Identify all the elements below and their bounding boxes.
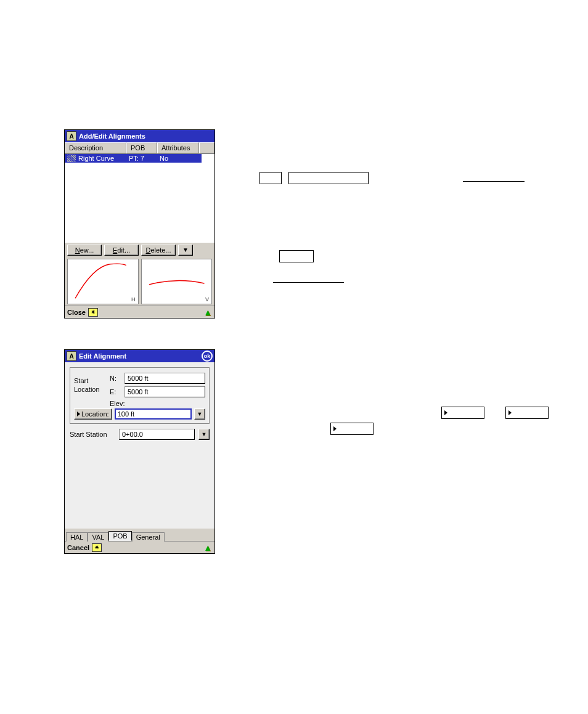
app-icon: A (67, 351, 76, 361)
col-pob[interactable]: POB (126, 142, 157, 153)
col-attributes[interactable]: Attributes (157, 142, 199, 153)
elev-label: Elev: (110, 400, 205, 407)
e-input[interactable]: 5000 ft (125, 386, 205, 397)
close-button[interactable]: Close (67, 309, 86, 316)
start-station-dropdown-button[interactable]: ▼ (198, 429, 210, 440)
ok-button[interactable]: ok (202, 351, 213, 362)
location-button[interactable]: Location: (74, 408, 112, 420)
window-title: Edit Alignment (79, 352, 126, 360)
warning-triangle-icon[interactable]: ▲ (203, 543, 212, 553)
column-headers: Description POB Attributes (65, 142, 214, 154)
doc-box-arrow-2 (505, 407, 549, 419)
alignment-list[interactable]: Right Curve PT: 7 No (65, 154, 214, 243)
window-edit-alignment: A Edit Alignment ok StartLocation N: 500… (64, 349, 215, 554)
tab-bar: HAL VAL POB General (65, 529, 214, 541)
col-description[interactable]: Description (65, 142, 126, 153)
titlebar: A Edit Alignment ok (65, 350, 214, 362)
doc-underline-2 (273, 282, 344, 283)
preview-row: H V (65, 258, 214, 306)
horizontal-curve-icon (68, 259, 138, 304)
more-dropdown-button[interactable]: ▼ (178, 245, 193, 256)
new-button[interactable]: New... (67, 245, 102, 256)
vertical-preview[interactable]: V (141, 259, 213, 304)
row-icon (67, 155, 76, 162)
preview-h-label: H (131, 296, 136, 302)
start-station-row: Start Station 0+00.0 ▼ (70, 429, 210, 440)
triangle-right-icon (77, 412, 80, 416)
window-add-edit-alignments: A Add/Edit Alignments Description POB At… (64, 129, 215, 318)
tab-hal[interactable]: HAL (66, 532, 88, 542)
col-blank (199, 142, 214, 153)
row-desc: Right Curve (78, 155, 129, 162)
triangle-right-icon (333, 426, 337, 431)
star-icon[interactable]: ✷ (88, 308, 98, 317)
triangle-right-icon (444, 410, 447, 415)
start-location-group: StartLocation N: 5000 ft E: 5000 ft Elev… (70, 367, 210, 424)
button-row: New... Edit... Delete... ▼ (65, 243, 214, 258)
list-row-selected[interactable]: Right Curve PT: 7 No (65, 154, 202, 163)
start-station-input[interactable]: 0+00.0 (119, 429, 195, 440)
elev-input[interactable]: 100 ft (115, 408, 192, 420)
warning-triangle-icon[interactable]: ▲ (203, 307, 212, 317)
doc-box-3 (279, 250, 314, 262)
bottom-bar: Cancel ✷ ▲ (65, 541, 214, 553)
tab-pob[interactable]: POB (108, 531, 131, 541)
cancel-button[interactable]: Cancel (67, 544, 89, 551)
doc-box-2 (288, 172, 369, 184)
triangle-right-icon (508, 410, 512, 415)
doc-box-arrow-1 (441, 407, 484, 419)
horizontal-preview[interactable]: H (67, 259, 139, 304)
star-icon[interactable]: ✷ (92, 543, 102, 552)
window-title: Add/Edit Alignments (79, 132, 145, 140)
tab-general[interactable]: General (132, 532, 165, 542)
bottom-bar: Close ✷ ▲ (65, 306, 214, 318)
tab-val[interactable]: VAL (88, 532, 108, 542)
vertical-curve-icon (142, 259, 212, 304)
n-input[interactable]: 5000 ft (125, 373, 205, 384)
doc-box-1 (259, 172, 282, 184)
doc-underline-1 (463, 181, 525, 182)
doc-box-arrow-3 (330, 423, 374, 435)
e-label: E: (110, 388, 125, 396)
start-location-label: StartLocation (74, 376, 110, 394)
delete-button[interactable]: Delete... (141, 245, 176, 256)
start-station-label: Start Station (70, 431, 115, 438)
n-label: N: (110, 375, 125, 382)
preview-v-label: V (205, 296, 209, 302)
elev-dropdown-button[interactable]: ▼ (194, 408, 205, 420)
form-area: StartLocation N: 5000 ft E: 5000 ft Elev… (65, 362, 214, 529)
edit-button[interactable]: Edit... (104, 245, 139, 256)
titlebar: A Add/Edit Alignments (65, 130, 214, 142)
row-pob: PT: 7 (129, 155, 160, 162)
row-attr: No (160, 155, 168, 162)
app-icon: A (67, 131, 76, 141)
